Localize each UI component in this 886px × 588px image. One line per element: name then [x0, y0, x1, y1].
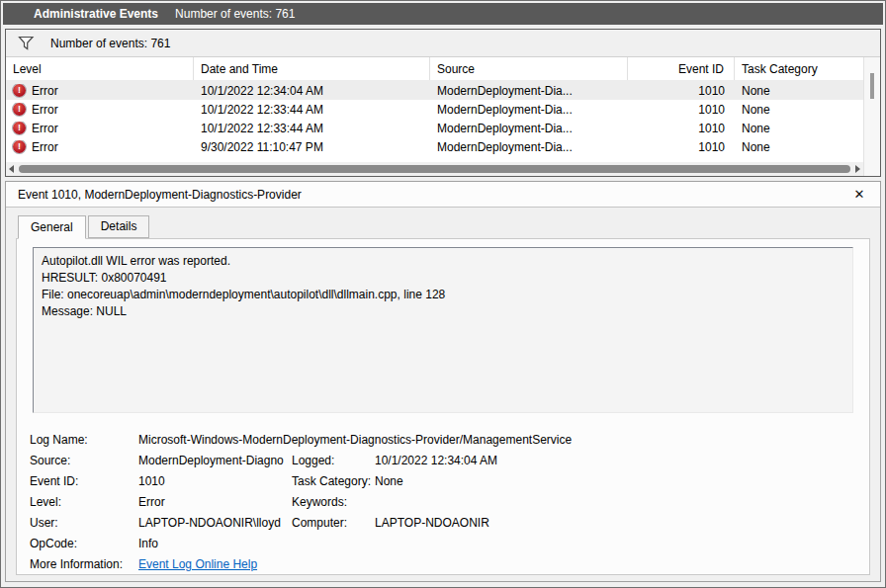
- level-text: Error: [32, 140, 58, 154]
- tab-general[interactable]: General: [18, 215, 86, 239]
- event-description-line: Autopilot.dll WIL error was reported.: [42, 253, 844, 270]
- column-header-date-and-time[interactable]: Date and Time: [194, 57, 430, 80]
- task-category-cell: None: [735, 103, 863, 117]
- detail-field-row: Source: ModernDeployment-Diagno Logged: …: [30, 450, 853, 470]
- filter-summary: Number of events: 761: [50, 37, 170, 50]
- event-properties-grid: Log Name: Microsoft-Windows-ModernDeploy…: [30, 429, 853, 574]
- field-label: Source:: [30, 454, 138, 467]
- detail-pane-header: Event 1010, ModernDeployment-Diagnostics…: [6, 182, 880, 208]
- detail-pane-title: Event 1010, ModernDeployment-Diagnostics…: [18, 188, 850, 202]
- event-viewer-window: Administrative Events Number of events: …: [0, 0, 886, 588]
- filter-funnel-icon: [18, 36, 35, 50]
- field-label-2: Logged:: [292, 454, 375, 467]
- detail-field-row: Log Name: Microsoft-Windows-ModernDeploy…: [30, 429, 853, 450]
- field-label-2: Keywords:: [292, 495, 375, 509]
- column-header-event-id[interactable]: Event ID: [628, 57, 735, 80]
- close-icon[interactable]: ✕: [850, 187, 868, 202]
- level-text: Error: [32, 84, 58, 98]
- task-category-cell: None: [735, 140, 863, 154]
- error-icon: !: [13, 84, 26, 97]
- vertical-scrollbar[interactable]: [863, 57, 880, 176]
- table-row[interactable]: !Error 10/1/2022 12:33:44 AM ModernDeplo…: [6, 100, 863, 119]
- date-cell: 9/30/2022 11:10:47 PM: [194, 140, 430, 154]
- event-id-cell: 1010: [628, 84, 735, 98]
- field-value: LAPTOP-NDOAONIR\lloyd: [138, 516, 292, 530]
- detail-tabs: General Details: [6, 208, 880, 238]
- field-label-2: Task Category:: [292, 474, 375, 488]
- source-cell: ModernDeployment-Dia...: [430, 140, 628, 154]
- horizontal-scrollbar-thumb[interactable]: [19, 165, 850, 173]
- table-row[interactable]: !Error 10/1/2022 12:34:04 AM ModernDeplo…: [6, 81, 863, 100]
- level-cell: !Error: [6, 140, 194, 154]
- event-table-main: Level Date and Time Source Event ID Task…: [6, 57, 863, 176]
- event-description-line: HRESULT: 0x80070491: [42, 270, 844, 287]
- detail-field-row: User: LAPTOP-NDOAONIR\lloyd Computer: LA…: [30, 512, 853, 533]
- column-header-task-category[interactable]: Task Category: [735, 57, 863, 80]
- error-icon: !: [13, 140, 26, 153]
- source-cell: ModernDeployment-Dia...: [430, 103, 628, 117]
- source-cell: ModernDeployment-Dia...: [430, 84, 628, 98]
- field-label: OpCode:: [30, 537, 138, 550]
- field-value: Info: [138, 537, 292, 550]
- source-cell: ModernDeployment-Dia...: [430, 122, 628, 135]
- filter-bar[interactable]: Number of events: 761: [6, 30, 880, 57]
- table-row[interactable]: !Error 9/30/2022 11:10:47 PM ModernDeplo…: [6, 137, 863, 156]
- field-label: More Information:: [30, 557, 138, 571]
- field-label: Level:: [30, 495, 138, 509]
- field-label-2: Computer:: [292, 516, 375, 530]
- event-description-box: Autopilot.dll WIL error was reported.HRE…: [33, 247, 853, 413]
- detail-field-row: OpCode: Info: [30, 533, 853, 553]
- level-cell: !Error: [6, 84, 194, 98]
- column-header-level[interactable]: Level: [6, 57, 194, 80]
- field-value-2: None: [375, 474, 853, 488]
- field-value-2: LAPTOP-NDOAONIR: [375, 516, 853, 530]
- event-id-cell: 1010: [628, 140, 735, 154]
- detail-field-row: Level: Error Keywords:: [30, 491, 853, 512]
- event-description-line: File: onecoreuap\admin\moderndeployment\…: [42, 287, 844, 303]
- level-text: Error: [32, 122, 58, 135]
- column-header-source[interactable]: Source: [430, 57, 628, 80]
- detail-field-row: Event ID: 1010 Task Category: None: [30, 470, 853, 491]
- error-icon: !: [13, 122, 26, 134]
- detail-field-row: More Information: Event Log Online Help: [30, 553, 853, 574]
- error-icon: !: [13, 103, 26, 116]
- field-label: User:: [30, 516, 138, 530]
- level-cell: !Error: [6, 103, 194, 117]
- scroll-left-arrow-icon[interactable]: [9, 165, 14, 173]
- horizontal-scrollbar[interactable]: [6, 162, 863, 176]
- field-value: 1010: [138, 474, 292, 488]
- event-id-cell: 1010: [628, 103, 735, 117]
- event-log-online-help-link[interactable]: Event Log Online Help: [138, 557, 292, 571]
- table-header: Level Date and Time Source Event ID Task…: [6, 57, 863, 81]
- task-category-cell: None: [735, 122, 863, 135]
- page-title: Administrative Events: [34, 7, 158, 21]
- table-row[interactable]: !Error 10/1/2022 12:33:44 AM ModernDeplo…: [6, 119, 863, 137]
- field-value: Error: [138, 495, 292, 509]
- title-bar: Administrative Events Number of events: …: [3, 3, 883, 25]
- event-table: Level Date and Time Source Event ID Task…: [6, 57, 880, 176]
- event-detail-pane: Event 1010, ModernDeployment-Diagnostics…: [5, 181, 881, 582]
- table-body: !Error 10/1/2022 12:34:04 AM ModernDeplo…: [6, 81, 863, 162]
- title-events-count: Number of events: 761: [175, 7, 295, 21]
- tab-details[interactable]: Details: [88, 215, 150, 238]
- date-cell: 10/1/2022 12:33:44 AM: [194, 122, 430, 135]
- general-tab-content: Autopilot.dll WIL error was reported.HRE…: [16, 238, 870, 575]
- field-value: ModernDeployment-Diagno: [138, 454, 292, 467]
- event-description-line: Message: NULL: [42, 303, 844, 320]
- field-label: Event ID:: [30, 474, 138, 488]
- task-category-cell: None: [735, 84, 863, 98]
- event-id-cell: 1010: [628, 122, 735, 135]
- level-cell: !Error: [6, 122, 194, 135]
- vertical-scrollbar-thumb[interactable]: [870, 73, 874, 99]
- field-value: Microsoft-Windows-ModernDeployment-Diagn…: [138, 433, 853, 447]
- date-cell: 10/1/2022 12:34:04 AM: [194, 84, 430, 98]
- level-text: Error: [32, 103, 58, 117]
- scroll-right-arrow-icon[interactable]: [855, 165, 860, 173]
- event-list-panel: Number of events: 761 Level Date and Tim…: [5, 29, 881, 177]
- field-value-2: 10/1/2022 12:34:04 AM: [375, 454, 853, 467]
- date-cell: 10/1/2022 12:33:44 AM: [194, 103, 430, 117]
- field-label: Log Name:: [30, 433, 138, 447]
